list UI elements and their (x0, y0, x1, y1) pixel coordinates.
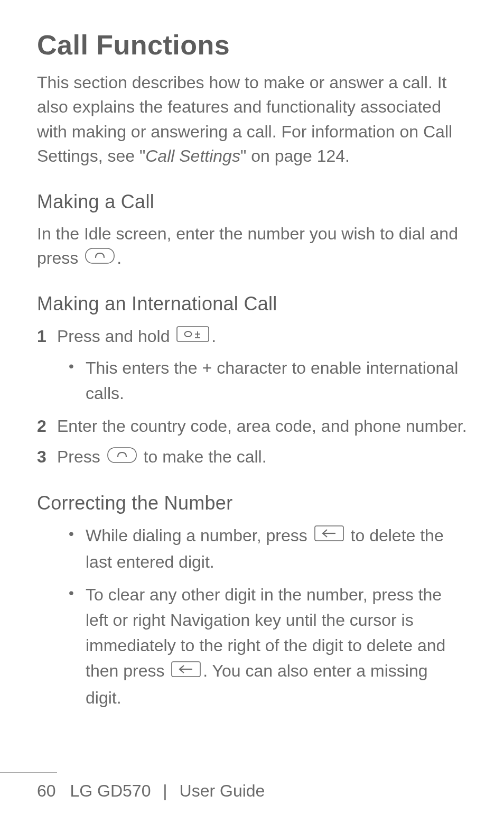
footer-divider: | (163, 781, 167, 800)
back-key-icon (171, 659, 201, 684)
making-call-post: . (117, 248, 122, 267)
footer-model: LG GD570 (70, 781, 151, 800)
international-heading: Making an International Call (37, 293, 467, 315)
step-1: 1 Press and hold . This enters the + cha… (37, 323, 467, 406)
correcting-1-pre: While dialing a number, press (86, 526, 312, 545)
step-num: 3 (37, 444, 46, 469)
send-key-icon (85, 246, 115, 270)
page-footer: 60 LG GD570 | User Guide (37, 781, 265, 801)
intro-italic: Call Settings (145, 146, 240, 165)
intro-paragraph: This section describes how to make or an… (37, 70, 467, 169)
step-num: 2 (37, 413, 46, 439)
correcting-bullet-1: While dialing a number, press to delete … (37, 523, 467, 575)
step-3-pre: Press (57, 447, 105, 466)
international-steps: 1 Press and hold . This enters the + cha… (37, 323, 467, 471)
step-2: 2 Enter the country code, area code, and… (37, 413, 467, 439)
making-call-heading: Making a Call (37, 191, 467, 213)
step-1-bullet-text: This enters the + character to enable in… (86, 358, 458, 403)
svg-rect-0 (86, 248, 114, 263)
step-3: 3 Press to make the call. (37, 444, 467, 471)
back-key-icon (314, 523, 344, 548)
svg-rect-1 (177, 327, 209, 341)
step-1-bullet-list: This enters the + character to enable in… (57, 355, 467, 406)
step-3-post: to make the call. (139, 447, 267, 466)
correcting-heading: Correcting the Number (37, 492, 467, 514)
svg-point-2 (185, 331, 192, 337)
step-2-text: Enter the country code, area code, and p… (57, 417, 467, 436)
page-number: 60 (37, 781, 56, 801)
page-title: Call Functions (37, 29, 467, 61)
correcting-bullet-2: To clear any other digit in the number, … (37, 582, 467, 710)
step-num: 1 (37, 323, 46, 349)
step-1-bullet: This enters the + character to enable in… (57, 355, 467, 406)
step-1-post: . (211, 327, 216, 346)
intro-text-2: " on page 124. (240, 146, 350, 165)
footer-rule (0, 772, 57, 773)
correcting-bullets: While dialing a number, press to delete … (37, 523, 467, 710)
footer-guide: User Guide (180, 781, 265, 800)
zero-plus-key-icon (176, 323, 209, 349)
making-call-body: In the Idle screen, enter the number you… (37, 221, 467, 272)
step-1-pre: Press and hold (57, 327, 174, 346)
svg-rect-6 (108, 448, 136, 463)
send-key-icon (107, 445, 137, 470)
